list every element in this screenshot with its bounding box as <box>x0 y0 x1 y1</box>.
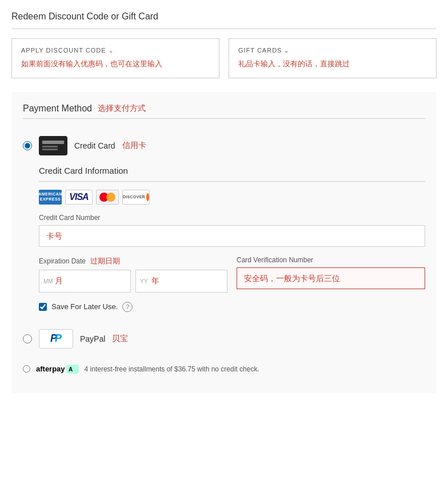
expiry-cvv-row: Expiration Date 过期日期 MM 月 YY 年 <box>39 256 425 293</box>
save-row: Save For Later Use. ? <box>39 302 425 312</box>
afterpay-logo: afterpay A <box>36 365 79 374</box>
afterpay-radio[interactable] <box>23 365 30 373</box>
payment-header: Payment Method 选择支付方式 <box>23 103 425 114</box>
exp-yy-input[interactable] <box>135 270 227 293</box>
card-line-2 <box>42 149 58 150</box>
giftcard-chevron-icon: ⌄ <box>284 47 289 54</box>
cvv-input[interactable] <box>237 267 425 289</box>
discount-label-row: APPLY DISCOUNT CODE ⌄ <box>21 47 210 54</box>
discover-circle <box>146 193 149 201</box>
exp-mm-input[interactable] <box>39 270 131 293</box>
redeem-section: Redeem Discount Code or Gift Card APPLY … <box>11 11 437 78</box>
cvv-group: Card Verification Number <box>237 256 425 293</box>
help-icon[interactable]: ? <box>122 302 133 312</box>
giftcard-label-text: GIFT CARDS <box>238 47 282 54</box>
creditcard-icon <box>39 136 67 155</box>
payment-divider <box>23 118 425 119</box>
visa-logo: VISA <box>65 190 93 205</box>
save-checkbox[interactable] <box>39 303 47 311</box>
exp-yy-container: YY 年 <box>135 270 227 293</box>
giftcard-note: 礼品卡输入，没有的话，直接跳过 <box>238 58 427 70</box>
card-number-input[interactable] <box>39 225 425 247</box>
discover-logo: DISCOVER <box>122 190 150 205</box>
mastercard-logo <box>96 190 119 205</box>
afterpay-option: afterpay A 4 interest-free installments … <box>23 357 425 382</box>
paypal-p-light: P <box>55 333 62 345</box>
paypal-label-note: 贝宝 <box>112 334 128 344</box>
discount-code-card[interactable]: APPLY DISCOUNT CODE ⌄ 如果前面没有输入优惠码，也可在这里输… <box>11 38 219 78</box>
expiry-label-row: Expiration Date 过期日期 <box>39 256 227 266</box>
discount-label-text: APPLY DISCOUNT CODE <box>21 47 106 54</box>
creditcard-label-note: 信用卡 <box>122 141 146 151</box>
paypal-logo: P P <box>39 329 73 349</box>
card-number-label: Credit Card Number <box>39 214 425 222</box>
creditcard-radio[interactable] <box>23 141 32 150</box>
expiry-label: Expiration Date <box>39 257 86 265</box>
gift-card-card[interactable]: GIFT CARDS ⌄ 礼品卡输入，没有的话，直接跳过 <box>229 38 437 78</box>
redeem-title: Redeem Discount Code or Gift Card <box>11 11 437 22</box>
afterpay-logo-text: afterpay <box>36 365 65 373</box>
redeem-cards-container: APPLY DISCOUNT CODE ⌄ 如果前面没有输入优惠码，也可在这里输… <box>11 38 437 78</box>
expiry-note: 过期日期 <box>90 256 120 266</box>
afterpay-symbol-icon: A <box>66 365 79 374</box>
expiry-group: Expiration Date 过期日期 MM 月 YY 年 <box>39 256 227 293</box>
exp-mm-container: MM 月 <box>39 270 131 293</box>
cc-info-divider <box>39 181 425 182</box>
amex-logo: AMERICANEXPRESS <box>39 190 62 205</box>
redeem-divider <box>11 29 437 29</box>
payment-method-title: Payment Method <box>23 103 92 114</box>
discover-text: DISCOVER <box>123 195 145 199</box>
creditcard-option: Credit Card 信用卡 <box>23 128 425 163</box>
card-number-field: Credit Card Number <box>39 214 425 247</box>
cc-info-section: Credit Card Information AMERICANEXPRESS … <box>23 166 425 312</box>
cvv-label: Card Verification Number <box>237 256 425 264</box>
giftcard-label-row: GIFT CARDS ⌄ <box>238 47 427 54</box>
card-line-1 <box>42 146 58 147</box>
payment-method-note: 选择支付方式 <box>98 103 146 114</box>
paypal-label: PayPal <box>80 334 105 343</box>
mc-circle-right <box>106 193 115 202</box>
save-label: Save For Later Use. <box>51 302 118 311</box>
svg-text:A: A <box>69 366 73 373</box>
card-lines <box>42 146 64 150</box>
payment-section: Payment Method 选择支付方式 Credit Card 信用卡 Cr… <box>11 92 437 393</box>
creditcard-label: Credit Card <box>74 141 115 150</box>
discount-note: 如果前面没有输入优惠码，也可在这里输入 <box>21 58 210 70</box>
paypal-radio[interactable] <box>23 334 32 343</box>
expiry-inputs: MM 月 YY 年 <box>39 270 227 293</box>
card-stripe <box>42 141 64 144</box>
afterpay-description: 4 interest-free installments of $36.75 w… <box>85 365 259 373</box>
card-logos: AMERICANEXPRESS VISA DISCOVER <box>39 190 425 205</box>
paypal-option: P P PayPal 贝宝 <box>23 321 425 357</box>
cc-info-title: Credit Card Information <box>39 166 425 175</box>
visa-text: VISA <box>69 192 88 202</box>
discount-chevron-icon: ⌄ <box>109 47 114 54</box>
